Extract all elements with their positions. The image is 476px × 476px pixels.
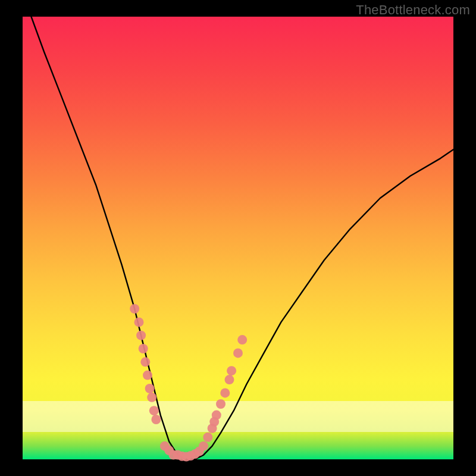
sample-dot [237,335,247,345]
sample-dot [220,388,230,397]
sample-dot [233,348,243,358]
sample-dot [143,371,152,380]
sample-dot [136,331,146,340]
sample-dots [130,304,247,462]
sample-dot [130,304,139,314]
chart-svg [23,17,453,459]
bottleneck-curve [32,17,454,459]
watermark-text: TheBottleneck.com [356,2,470,18]
sample-dot [216,399,226,409]
sample-dot [147,393,156,402]
sample-dot [134,317,144,327]
sample-dot [140,357,150,367]
bottleneck-curve-path [32,17,454,459]
sample-dot [151,415,161,424]
sample-dot [212,411,221,420]
sample-dot [139,344,148,353]
sample-dot [199,441,208,451]
plot-area [23,17,453,459]
chart-frame: TheBottleneck.com [0,0,476,476]
sample-dot [227,366,236,375]
sample-dot [203,433,212,442]
sample-dot [225,375,234,384]
sample-dot [149,406,159,415]
sample-dot [145,384,155,393]
